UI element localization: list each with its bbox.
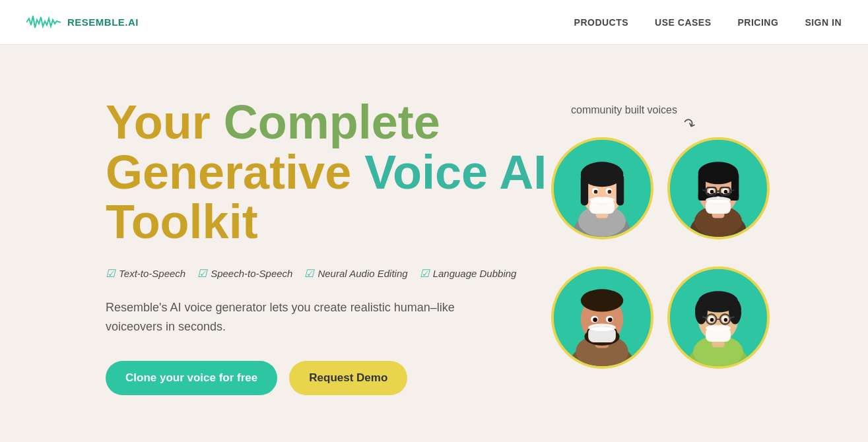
logo[interactable]: RESEMBLE.AI: [26, 13, 139, 32]
check-icon-ld: ☑: [420, 267, 429, 280]
avatar-2-image: [670, 140, 767, 237]
avatar-1-image: [554, 140, 651, 237]
main-content: Your Complete Generative Voice AI Toolki…: [0, 45, 868, 442]
hero-title: Your Complete Generative Voice AI Toolki…: [106, 98, 547, 247]
avatar-1: [551, 137, 653, 239]
svg-point-11: [608, 190, 612, 194]
avatar-2: [667, 137, 770, 239]
title-word-generative: Generative: [106, 146, 351, 199]
feature-ld-label: Language Dubbing: [433, 268, 517, 279]
feature-nae: ☑ Neural Audio Editing: [304, 267, 407, 280]
avatar-4-image: [670, 269, 767, 366]
title-word-your: Your: [106, 96, 211, 148]
logo-text: RESEMBLE.AI: [67, 16, 139, 28]
nav-pricing[interactable]: PRICING: [738, 17, 779, 28]
avatar-4: [667, 267, 770, 369]
hero-description: Resemble's AI voice generator lets you c…: [106, 298, 462, 336]
request-demo-button[interactable]: Request Demo: [289, 361, 407, 395]
avatars-grid: [551, 137, 773, 385]
community-label: community built voices: [571, 104, 677, 116]
svg-point-50: [588, 324, 616, 331]
logo-waves-icon: [26, 13, 61, 32]
svg-point-61: [710, 318, 714, 322]
svg-rect-6: [581, 174, 588, 205]
feature-sts: ☑ Speech-to-Speech: [197, 267, 292, 280]
nav-sign-in[interactable]: SIGN IN: [805, 17, 842, 28]
title-word-complete: Complete: [224, 96, 440, 148]
hero-left: Your Complete Generative Voice AI Toolki…: [106, 84, 547, 395]
avatar-3: [551, 267, 653, 369]
feature-sts-label: Speech-to-Speech: [211, 268, 292, 279]
svg-point-10: [594, 190, 598, 194]
feature-ld: ☑ Language Dubbing: [420, 267, 517, 280]
svg-point-35: [706, 197, 731, 203]
nav-use-cases[interactable]: USE CASES: [655, 17, 711, 28]
svg-point-70: [706, 325, 731, 331]
title-word-toolkit: Toolkit: [106, 195, 258, 248]
svg-point-62: [724, 318, 728, 322]
check-icon-nae: ☑: [304, 267, 314, 280]
check-icon-tts: ☑: [106, 267, 115, 280]
arrow-icon: ↷: [681, 115, 698, 135]
svg-point-14: [589, 197, 615, 203]
svg-point-26: [710, 190, 714, 194]
feature-tts: ☑ Text-to-Speech: [106, 267, 185, 280]
svg-point-27: [724, 190, 728, 194]
clone-voice-button[interactable]: Clone your voice for free: [106, 361, 277, 395]
svg-point-46: [593, 318, 597, 323]
feature-tts-label: Text-to-Speech: [119, 268, 185, 279]
navigation: RESEMBLE.AI PRODUCTS USE CASES PRICING S…: [0, 0, 868, 45]
svg-point-47: [608, 318, 613, 323]
svg-point-41: [581, 289, 623, 311]
check-icon-sts: ☑: [197, 267, 207, 280]
title-word-voice: Voice: [364, 146, 488, 199]
features-list: ☑ Text-to-Speech ☑ Speech-to-Speech ☑ Ne…: [106, 267, 547, 280]
cta-buttons: Clone your voice for free Request Demo: [106, 361, 547, 395]
nav-links: PRODUCTS USE CASES PRICING SIGN IN: [574, 17, 842, 28]
svg-rect-7: [617, 174, 624, 205]
avatar-3-image: [554, 269, 651, 366]
title-word-ai: AI: [499, 146, 547, 199]
community-voices: community built voices ↷: [551, 104, 789, 395]
nav-products[interactable]: PRODUCTS: [574, 17, 629, 28]
feature-nae-label: Neural Audio Editing: [317, 268, 407, 279]
